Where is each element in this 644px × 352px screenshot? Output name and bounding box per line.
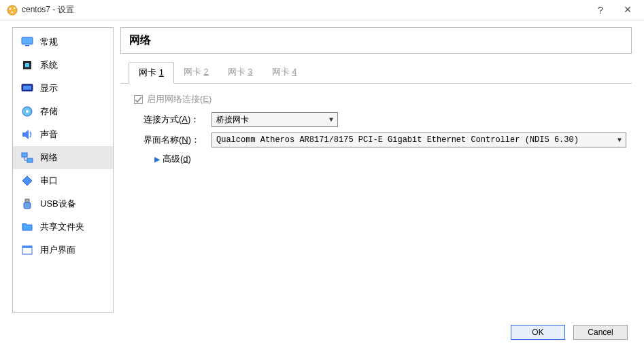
button-bar: OK Cancel <box>511 325 628 340</box>
help-button[interactable]: ? <box>595 5 606 16</box>
ok-button[interactable]: OK <box>511 325 565 340</box>
sidebar-item-audio[interactable]: 声音 <box>13 123 113 146</box>
sidebar-item-display[interactable]: 显示 <box>13 77 113 100</box>
sidebar-item-ui[interactable]: 用户界面 <box>13 239 113 262</box>
svg-rect-21 <box>22 246 32 248</box>
advanced-toggle[interactable]: ▶ 高级(d) <box>134 153 626 165</box>
tab-adapter-2[interactable]: 网卡 2 <box>174 62 218 83</box>
monitor-icon <box>21 36 33 48</box>
svg-rect-18 <box>25 199 29 203</box>
cancel-button[interactable]: Cancel <box>573 325 628 340</box>
folder-icon <box>21 221 33 233</box>
tab-adapter-3[interactable]: 网卡 3 <box>218 62 262 83</box>
attached-to-label: 连接方式(A)： <box>143 113 211 126</box>
sidebar-item-serial[interactable]: 串口 <box>13 169 113 192</box>
sidebar-item-label: USB设备 <box>40 198 76 210</box>
close-button[interactable]: × <box>622 5 633 16</box>
triangle-right-icon: ▶ <box>154 155 160 164</box>
chip-icon <box>21 59 33 71</box>
svg-marker-12 <box>22 130 29 139</box>
sidebar-item-label: 共享文件夹 <box>40 221 84 233</box>
sidebar-item-general[interactable]: 常规 <box>13 31 113 54</box>
svg-marker-17 <box>22 176 32 186</box>
app-icon <box>7 5 18 16</box>
sidebar-item-label: 常规 <box>40 36 58 48</box>
sidebar-item-system[interactable]: 系统 <box>13 54 113 77</box>
sidebar-item-label: 串口 <box>40 175 58 187</box>
sidebar-item-shared-folders[interactable]: 共享文件夹 <box>13 215 113 239</box>
sidebar-item-label: 系统 <box>40 59 58 71</box>
chevron-down-icon: ▼ <box>325 116 333 124</box>
sidebar-item-network[interactable]: 网络 <box>13 146 113 169</box>
svg-rect-14 <box>27 158 33 162</box>
sidebar-item-label: 用户界面 <box>40 244 75 256</box>
interface-name-value: Qualcomm Atheros AR8171/8175 PCI-E Gigab… <box>216 135 579 145</box>
enable-network-checkbox[interactable] <box>134 95 143 104</box>
interface-name-dropdown[interactable]: Qualcomm Atheros AR8171/8175 PCI-E Gigab… <box>211 133 626 147</box>
sidebar-item-label: 显示 <box>40 82 58 94</box>
enable-network-label: 启用网络连接(E) <box>147 93 211 105</box>
svg-point-3 <box>12 11 14 13</box>
tab-panel: 启用网络连接(E) 连接方式(A)： 桥接网卡 ▼ 界面名称(N)： Qualc… <box>120 84 632 313</box>
svg-point-1 <box>10 7 12 10</box>
speaker-icon <box>21 128 33 141</box>
svg-point-11 <box>26 110 29 113</box>
advanced-label: 高级(d) <box>163 153 191 165</box>
serial-icon <box>21 175 33 187</box>
attached-to-row: 连接方式(A)： 桥接网卡 ▼ <box>134 112 626 127</box>
chevron-down-icon: ▼ <box>613 137 622 144</box>
display-icon <box>21 82 33 94</box>
svg-point-2 <box>14 7 15 8</box>
main-area: 常规 系统 显示 存储 声音 网络 串口 USB设备 <box>0 20 644 319</box>
svg-point-0 <box>7 5 17 15</box>
tab-bar: 网卡 1 网卡 2 网卡 3 网卡 4 <box>120 62 632 84</box>
content-panel: 网络 网卡 1 网卡 2 网卡 3 网卡 4 启用网络连接(E) 连接方式(A)… <box>120 27 632 313</box>
window-title: centos7 - 设置 <box>22 4 595 16</box>
usb-icon <box>21 198 33 210</box>
interface-name-label: 界面名称(N)： <box>143 134 211 146</box>
attached-to-dropdown[interactable]: 桥接网卡 ▼ <box>211 112 338 127</box>
interface-name-row: 界面名称(N)： Qualcomm Atheros AR8171/8175 PC… <box>134 133 626 147</box>
sidebar-item-label: 网络 <box>40 152 58 164</box>
tab-adapter-1[interactable]: 网卡 1 <box>129 62 174 84</box>
sidebar: 常规 系统 显示 存储 声音 网络 串口 USB设备 <box>12 27 114 313</box>
svg-rect-4 <box>22 37 33 44</box>
svg-rect-7 <box>25 63 29 67</box>
svg-rect-13 <box>22 153 27 157</box>
titlebar: centos7 - 设置 ? × <box>0 0 644 20</box>
svg-rect-19 <box>24 203 31 209</box>
sidebar-item-usb[interactable]: USB设备 <box>13 192 113 215</box>
tab-adapter-4[interactable]: 网卡 4 <box>262 62 307 83</box>
enable-network-row: 启用网络连接(E) <box>134 93 626 105</box>
network-icon <box>21 152 33 164</box>
sidebar-item-label: 声音 <box>40 128 58 141</box>
sidebar-item-label: 存储 <box>40 105 58 118</box>
window-controls: ? × <box>595 5 633 16</box>
disk-icon <box>21 105 33 118</box>
svg-rect-9 <box>23 86 31 90</box>
page-title: 网络 <box>120 27 632 54</box>
sidebar-item-storage[interactable]: 存储 <box>13 100 113 123</box>
attached-to-value: 桥接网卡 <box>216 114 249 126</box>
svg-rect-5 <box>25 45 29 46</box>
ui-icon <box>21 244 33 256</box>
